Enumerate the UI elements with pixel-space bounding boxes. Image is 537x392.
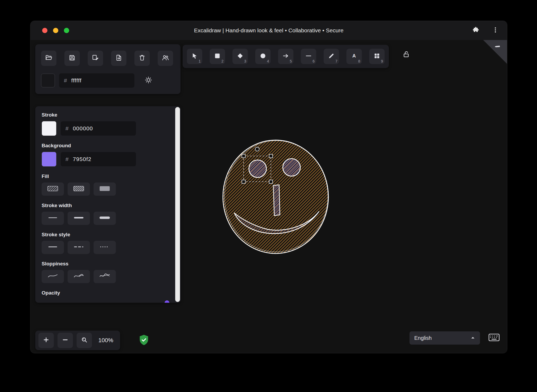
open-button[interactable] bbox=[41, 51, 56, 66]
stroke-style-dotted-button[interactable] bbox=[94, 241, 116, 254]
hachure-icon bbox=[47, 185, 59, 193]
tool-ellipse[interactable]: 4 bbox=[255, 49, 271, 64]
tool-shortcut: 9 bbox=[381, 59, 383, 63]
tool-draw[interactable]: 7 bbox=[324, 49, 339, 64]
save-button[interactable] bbox=[64, 51, 80, 66]
stroke-width-thin-button[interactable] bbox=[42, 212, 64, 225]
fill-label: Fill bbox=[42, 173, 174, 179]
background-hex-input[interactable]: # 7950f2 bbox=[61, 152, 136, 166]
selection-handle-nw[interactable] bbox=[242, 154, 245, 158]
canvas-background-row: # ffffff bbox=[41, 73, 175, 88]
stroke-style-dashed-button[interactable] bbox=[68, 241, 90, 254]
fill-hachure-button[interactable] bbox=[42, 182, 64, 196]
tool-toolbar-island: 1 2 3 4 bbox=[183, 45, 389, 68]
titlebar-actions bbox=[471, 26, 500, 35]
smiley-drawing[interactable] bbox=[223, 139, 330, 253]
opacity-slider-thumb[interactable] bbox=[165, 300, 169, 303]
tool-shortcut: 5 bbox=[290, 59, 292, 63]
stroke-hex-input[interactable]: # 000000 bbox=[61, 121, 136, 136]
tool-shortcut: 1 bbox=[199, 59, 201, 63]
theme-toggle-button[interactable] bbox=[144, 76, 152, 85]
stroke-width-bold-button[interactable] bbox=[68, 212, 90, 225]
corner-ribbon[interactable] bbox=[483, 40, 507, 64]
stroke-width-extrabold-button[interactable] bbox=[94, 212, 116, 225]
extrabold-line-icon bbox=[99, 214, 111, 222]
selection-handle-sw[interactable] bbox=[242, 180, 245, 184]
tool-shortcut: 4 bbox=[267, 59, 269, 63]
tool-arrow[interactable]: 5 bbox=[278, 49, 293, 64]
encryption-shield-icon[interactable] bbox=[138, 334, 149, 346]
keyboard-shortcuts-button[interactable] bbox=[488, 333, 500, 343]
hash-symbol: # bbox=[65, 125, 69, 132]
stroke-style-label: Stroke style bbox=[42, 232, 174, 238]
tool-shortcut: 7 bbox=[335, 59, 337, 63]
nose-rectangle[interactable] bbox=[273, 185, 280, 216]
svg-text:A: A bbox=[352, 53, 356, 59]
save-as-button[interactable] bbox=[88, 51, 103, 66]
minimize-window-button[interactable] bbox=[53, 28, 58, 33]
title-bar: Excalidraw | Hand-drawn look & feel • Co… bbox=[30, 21, 507, 40]
puzzle-icon bbox=[472, 26, 479, 35]
export-button[interactable] bbox=[111, 51, 126, 66]
artist-stroke-icon bbox=[73, 272, 85, 281]
collaboration-button[interactable] bbox=[158, 51, 173, 66]
text-icon: A bbox=[351, 52, 358, 60]
diamond-icon bbox=[237, 52, 244, 60]
clear-canvas-button[interactable] bbox=[134, 51, 150, 66]
opacity-label: Opacity bbox=[42, 290, 174, 296]
fill-crosshatch-button[interactable] bbox=[68, 182, 90, 196]
tool-rectangle[interactable]: 2 bbox=[210, 49, 225, 64]
stroke-style-solid-button[interactable] bbox=[42, 241, 64, 254]
zoom-out-button[interactable] bbox=[58, 333, 73, 348]
tool-text[interactable]: A 8 bbox=[346, 49, 362, 64]
tool-shortcut: 3 bbox=[244, 59, 246, 63]
left-eye-ellipse[interactable] bbox=[249, 160, 266, 177]
close-window-button[interactable] bbox=[42, 28, 47, 33]
background-color-row: # 7950f2 bbox=[42, 152, 174, 167]
file-export-icon bbox=[115, 54, 122, 63]
zoom-reset-magnifier-icon bbox=[81, 336, 88, 344]
architect-stroke-icon bbox=[47, 272, 59, 281]
right-eye-ellipse[interactable] bbox=[283, 159, 300, 176]
keep-tool-active-lock-button[interactable] bbox=[399, 48, 413, 62]
background-color-swatch[interactable] bbox=[42, 152, 56, 167]
sloppiness-artist-button[interactable] bbox=[68, 270, 90, 283]
selection-handle-se[interactable] bbox=[269, 180, 273, 184]
tool-diamond[interactable]: 3 bbox=[232, 49, 248, 64]
stroke-color-swatch[interactable] bbox=[42, 121, 56, 136]
reset-zoom-button[interactable] bbox=[77, 333, 92, 348]
properties-scrollbar[interactable] bbox=[175, 107, 180, 302]
zoom-controls: 100% bbox=[35, 331, 120, 350]
tool-shapes-library[interactable]: 9 bbox=[369, 49, 385, 64]
sloppiness-cartoonist-button[interactable] bbox=[94, 270, 116, 283]
hash-symbol: # bbox=[64, 77, 67, 84]
language-select[interactable]: English bbox=[410, 331, 480, 345]
zoom-window-button[interactable] bbox=[64, 28, 69, 33]
dashed-line-icon bbox=[73, 243, 85, 252]
collaborators-icon bbox=[162, 54, 169, 63]
unlock-icon bbox=[402, 50, 410, 59]
canvas-background-swatch[interactable] bbox=[41, 74, 55, 87]
rotation-handle[interactable] bbox=[255, 147, 259, 151]
zoom-value[interactable]: 100% bbox=[98, 337, 113, 344]
zoom-in-button[interactable] bbox=[38, 333, 54, 348]
crosshatch-icon bbox=[73, 185, 85, 193]
tool-selection[interactable]: 1 bbox=[187, 49, 202, 64]
keyboard-icon bbox=[488, 333, 500, 343]
stroke-label: Stroke bbox=[42, 112, 174, 118]
sloppiness-architect-button[interactable] bbox=[42, 270, 64, 283]
extensions-button[interactable] bbox=[471, 26, 481, 35]
menu-button[interactable] bbox=[491, 26, 500, 35]
solid-fill-icon bbox=[99, 185, 111, 193]
file-button-row bbox=[41, 51, 175, 66]
stroke-hex-value: 000000 bbox=[73, 125, 93, 132]
dotted-line-icon bbox=[99, 243, 111, 252]
selection-handle-ne[interactable] bbox=[269, 154, 273, 158]
fill-solid-button[interactable] bbox=[94, 182, 116, 196]
minus-icon bbox=[62, 336, 69, 344]
save-as-pen-icon bbox=[92, 54, 99, 63]
tool-line[interactable]: 6 bbox=[301, 49, 316, 64]
hash-symbol: # bbox=[65, 156, 69, 162]
background-label: Background bbox=[42, 143, 174, 149]
canvas-background-hex-input[interactable]: # ffffff bbox=[59, 73, 134, 88]
